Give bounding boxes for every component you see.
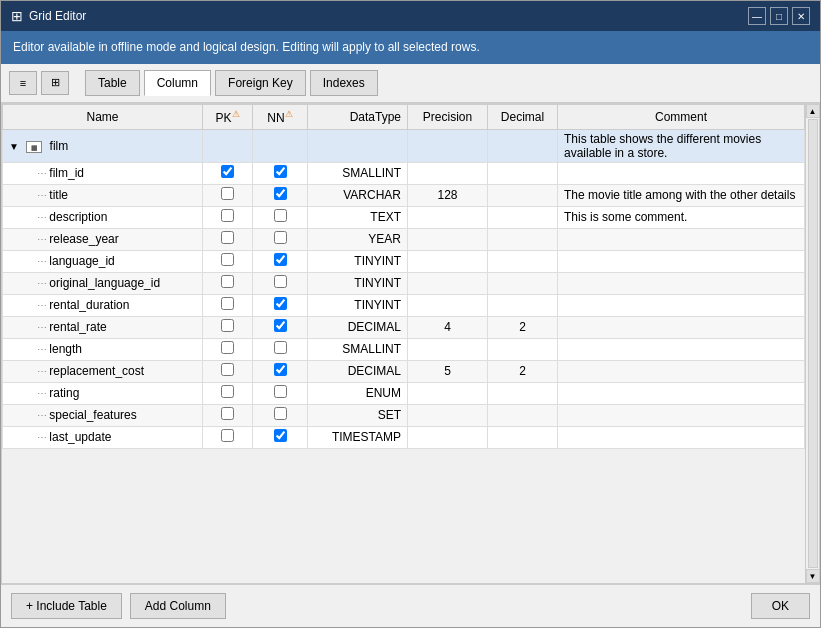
datatype-cell: SMALLINT <box>308 338 408 360</box>
datatype-cell: TEXT <box>308 206 408 228</box>
field-name: length <box>49 342 82 356</box>
nn-checkbox[interactable] <box>274 209 287 222</box>
ok-button[interactable]: OK <box>751 593 810 619</box>
horizontal-scrollbar[interactable]: ◄ ► <box>2 583 819 584</box>
expand-icon[interactable]: ▼ <box>9 141 19 152</box>
pk-checkbox[interactable] <box>221 319 234 332</box>
nn-cell[interactable] <box>253 184 308 206</box>
pk-cell[interactable] <box>203 382 253 404</box>
pk-cell[interactable] <box>203 294 253 316</box>
nn-checkbox[interactable] <box>274 231 287 244</box>
nn-checkbox[interactable] <box>274 385 287 398</box>
pk-cell[interactable] <box>203 228 253 250</box>
table-row[interactable]: ⋯ original_language_id TINYINT <box>3 272 805 294</box>
nn-cell[interactable] <box>253 382 308 404</box>
field-icon: ⋯ <box>37 234 46 245</box>
nn-checkbox[interactable] <box>274 363 287 376</box>
nn-cell[interactable] <box>253 360 308 382</box>
nn-checkbox[interactable] <box>274 407 287 420</box>
main-window: ⊞ Grid Editor — □ ✕ Editor available in … <box>0 0 821 628</box>
table-row[interactable]: ⋯ title VARCHAR 128 The movie title amon… <box>3 184 805 206</box>
nn-checkbox[interactable] <box>274 297 287 310</box>
pk-cell[interactable] <box>203 184 253 206</box>
pk-cell[interactable] <box>203 360 253 382</box>
field-icon: ⋯ <box>37 410 46 421</box>
pk-checkbox[interactable] <box>221 363 234 376</box>
table-row[interactable]: ⋯ last_update TIMESTAMP <box>3 426 805 448</box>
tab-table[interactable]: Table <box>85 70 140 96</box>
precision-cell <box>408 228 488 250</box>
minimize-button[interactable]: — <box>748 7 766 25</box>
table-row[interactable]: ⋯ rental_duration TINYINT <box>3 294 805 316</box>
tab-foreign-key[interactable]: Foreign Key <box>215 70 306 96</box>
decimal-cell <box>488 272 558 294</box>
pk-checkbox[interactable] <box>221 385 234 398</box>
tab-column[interactable]: Column <box>144 70 211 96</box>
pk-checkbox[interactable] <box>221 275 234 288</box>
table-row[interactable]: ⋯ release_year YEAR <box>3 228 805 250</box>
nn-checkbox[interactable] <box>274 429 287 442</box>
table-row[interactable]: ⋯ rating ENUM <box>3 382 805 404</box>
comment-cell <box>558 294 805 316</box>
nn-checkbox[interactable] <box>274 341 287 354</box>
datatype-cell: TINYINT <box>308 250 408 272</box>
table-view-button[interactable]: ⊞ <box>41 71 69 95</box>
table-row[interactable]: ⋯ rental_rate DECIMAL 4 2 <box>3 316 805 338</box>
nn-cell[interactable] <box>253 426 308 448</box>
pk-cell[interactable] <box>203 338 253 360</box>
vertical-scrollbar[interactable]: ▲ ▼ <box>805 104 819 583</box>
pk-checkbox[interactable] <box>221 253 234 266</box>
nn-cell[interactable] <box>253 294 308 316</box>
precision-cell: 128 <box>408 184 488 206</box>
table-row[interactable]: ⋯ description TEXT This is some comment. <box>3 206 805 228</box>
precision-cell <box>408 206 488 228</box>
decimal-cell <box>488 250 558 272</box>
nn-checkbox[interactable] <box>274 253 287 266</box>
nn-cell[interactable] <box>253 338 308 360</box>
field-icon: ⋯ <box>37 388 46 399</box>
rows-view-button[interactable]: ≡ <box>9 71 37 95</box>
nn-cell[interactable] <box>253 272 308 294</box>
comment-cell <box>558 426 805 448</box>
pk-cell[interactable] <box>203 250 253 272</box>
pk-checkbox[interactable] <box>221 187 234 200</box>
scroll-up-button[interactable]: ▲ <box>806 104 820 118</box>
pk-checkbox[interactable] <box>221 297 234 310</box>
nn-cell[interactable] <box>253 316 308 338</box>
table-row[interactable]: ⋯ film_id SMALLINT <box>3 162 805 184</box>
pk-cell[interactable] <box>203 272 253 294</box>
table-row[interactable]: ⋯ language_id TINYINT <box>3 250 805 272</box>
close-button[interactable]: ✕ <box>792 7 810 25</box>
table-row-film[interactable]: ▼ ▦ film This table shows the different … <box>3 129 805 162</box>
nn-cell[interactable] <box>253 404 308 426</box>
table-row[interactable]: ⋯ special_features SET <box>3 404 805 426</box>
pk-cell[interactable] <box>203 404 253 426</box>
nn-cell[interactable] <box>253 228 308 250</box>
include-table-button[interactable]: + Include Table <box>11 593 122 619</box>
pk-checkbox[interactable] <box>221 429 234 442</box>
nn-cell[interactable] <box>253 250 308 272</box>
scroll-track[interactable] <box>808 119 818 568</box>
pk-checkbox[interactable] <box>221 165 234 178</box>
nn-checkbox[interactable] <box>274 165 287 178</box>
field-name-cell: ⋯ title <box>3 184 203 206</box>
pk-cell[interactable] <box>203 162 253 184</box>
pk-cell[interactable] <box>203 426 253 448</box>
table-row[interactable]: ⋯ length SMALLINT <box>3 338 805 360</box>
table-row[interactable]: ⋯ replacement_cost DECIMAL 5 2 <box>3 360 805 382</box>
nn-cell[interactable] <box>253 206 308 228</box>
nn-checkbox[interactable] <box>274 275 287 288</box>
pk-checkbox[interactable] <box>221 341 234 354</box>
nn-checkbox[interactable] <box>274 187 287 200</box>
pk-cell[interactable] <box>203 206 253 228</box>
add-column-button[interactable]: Add Column <box>130 593 226 619</box>
maximize-button[interactable]: □ <box>770 7 788 25</box>
pk-checkbox[interactable] <box>221 231 234 244</box>
pk-cell[interactable] <box>203 316 253 338</box>
pk-checkbox[interactable] <box>221 407 234 420</box>
tab-indexes[interactable]: Indexes <box>310 70 378 96</box>
nn-checkbox[interactable] <box>274 319 287 332</box>
scroll-down-button[interactable]: ▼ <box>806 569 820 583</box>
nn-cell[interactable] <box>253 162 308 184</box>
pk-checkbox[interactable] <box>221 209 234 222</box>
